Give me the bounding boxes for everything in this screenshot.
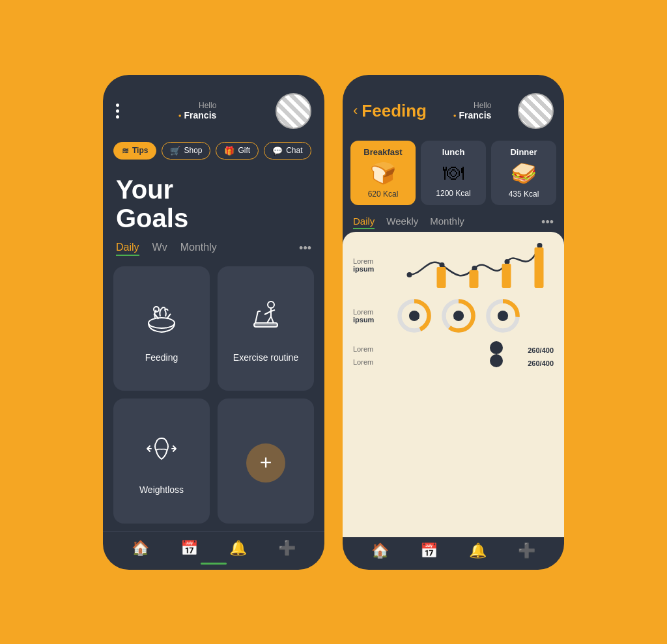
meal-dinner[interactable]: Dinner 🥪 435 Kcal: [491, 141, 556, 205]
bar1-val: 260/400: [395, 346, 554, 354]
menu-icon[interactable]: [116, 104, 119, 119]
ipsum-1: ipsum: [353, 265, 389, 273]
bar1-container: 260/400: [395, 344, 554, 354]
feed-nav-calendar[interactable]: 📅: [420, 542, 438, 559]
svg-point-2: [268, 301, 274, 308]
pill-shop[interactable]: 🛒 Shop: [162, 142, 210, 160]
weightloss-icon: [142, 430, 181, 477]
pill-gift[interactable]: 🎁 Gift: [216, 142, 259, 160]
svg-rect-15: [535, 247, 544, 288]
nav-home[interactable]: 🏠: [132, 540, 149, 557]
chat-icon: 💬: [272, 146, 283, 156]
line-chart-svg: [395, 242, 554, 288]
svg-rect-13: [470, 270, 479, 288]
bar2-container: 260/400: [395, 357, 554, 367]
svg-line-5: [255, 311, 258, 323]
pill-tips[interactable]: ≋ Tips: [113, 142, 156, 160]
svg-point-8: [440, 262, 445, 268]
nav-bell[interactable]: 🔔: [229, 540, 247, 557]
nav-pills: ≋ Tips 🛒 Shop 🎁 Gift 💬 Chat: [103, 135, 324, 166]
meal-cards: Breakfast 🍞 620 Kcal lunch 🍽 1200 Kcal D…: [343, 135, 564, 210]
donut-val-1: 12: [409, 311, 419, 321]
svg-rect-12: [437, 267, 446, 288]
bar2-val: 260/400: [395, 359, 554, 367]
chart-label-1: Lorem ipsum: [353, 257, 389, 273]
feeding-icon: [142, 298, 181, 344]
lorem-2: Lorem: [353, 308, 389, 316]
tab-daily[interactable]: Daily: [116, 242, 139, 256]
pill-chat[interactable]: 💬 Chat: [264, 142, 311, 160]
feeding-label: Feeding: [145, 352, 178, 363]
feed-tab-daily[interactable]: Daily: [353, 216, 375, 229]
goal-add[interactable]: +: [218, 399, 314, 524]
chart-section: Lorem ipsum: [343, 232, 564, 537]
goal-exercise[interactable]: Exercise routine: [218, 266, 314, 391]
weightloss-label: Weightloss: [139, 484, 184, 495]
svg-point-0: [149, 318, 175, 328]
avatar: [276, 93, 311, 129]
goals-title: YourGoals: [103, 166, 324, 236]
breakfast-kcal: 620 Kcal: [368, 189, 399, 199]
svg-point-10: [505, 259, 510, 264]
goals-tabs: Daily Wv Monthly •••: [103, 236, 324, 259]
chart-row-4: Lorem 260/400: [353, 357, 554, 367]
hello-text: Hello: [178, 101, 217, 110]
back-button[interactable]: ‹ Feeding: [353, 101, 427, 121]
donut-1: 12: [395, 297, 433, 335]
svg-point-9: [472, 266, 477, 271]
user-name: Francis: [178, 110, 217, 120]
dinner-kcal: 435 Kcal: [509, 189, 539, 199]
goal-weightloss[interactable]: Weightloss: [113, 399, 210, 524]
lunch-label: lunch: [442, 147, 465, 157]
feed-nav-home[interactable]: 🏠: [371, 542, 389, 559]
exercise-label: Exercise routine: [233, 352, 298, 363]
svg-point-7: [407, 272, 412, 277]
donut-val-3: 12: [498, 311, 508, 321]
exercise-icon: [246, 298, 285, 344]
hello-text-2: Hello: [453, 101, 492, 110]
back-chevron-icon: ‹: [353, 102, 358, 119]
ipsum-2: ipsum: [353, 316, 389, 324]
feed-bottom-nav: 🏠 📅 🔔 ➕: [343, 537, 564, 570]
bar2-knob: [490, 354, 503, 367]
chart-label-3: Lorem: [353, 345, 389, 353]
tab-wv[interactable]: Wv: [152, 242, 167, 256]
avatar-2: [518, 93, 554, 129]
tips-icon: ≋: [122, 146, 129, 156]
phone-goals: Hello Francis ≋ Tips 🛒 Shop 🎁 Gift 💬 Cha…: [103, 75, 324, 570]
user-info: Hello Francis: [178, 101, 217, 120]
meal-breakfast[interactable]: Breakfast 🍞 620 Kcal: [350, 141, 416, 205]
user-info-2: Hello Francis: [453, 101, 492, 120]
chart-label-2: Lorem ipsum: [353, 308, 389, 324]
feed-more-icon[interactable]: •••: [541, 216, 554, 229]
feed-tabs: Daily Weekly Monthly •••: [343, 210, 564, 232]
more-icon[interactable]: •••: [299, 242, 311, 255]
svg-point-11: [537, 243, 543, 248]
svg-point-1: [154, 307, 159, 312]
donut-3: 12: [484, 297, 522, 335]
goal-feeding[interactable]: Feeding: [113, 266, 210, 391]
breakfast-label: Breakfast: [363, 147, 402, 157]
feed-nav-add[interactable]: ➕: [518, 542, 535, 559]
nav-add[interactable]: ➕: [278, 540, 296, 557]
meal-lunch[interactable]: lunch 🍽 1200 Kcal: [421, 141, 486, 205]
donut-row: 12 25: [395, 297, 522, 335]
lunch-kcal: 1200 Kcal: [436, 189, 470, 198]
user-name-2: Francis: [453, 110, 492, 120]
feed-tab-weekly[interactable]: Weekly: [386, 216, 418, 229]
feeding-header: ‹ Feeding Hello Francis: [343, 75, 564, 135]
add-button[interactable]: +: [246, 443, 285, 483]
phone1-header: Hello Francis: [103, 75, 324, 135]
lunch-icon: 🍽: [443, 161, 464, 185]
chart-row-2: Lorem ipsum 12: [353, 297, 554, 335]
feed-nav-bell[interactable]: 🔔: [469, 542, 487, 559]
gift-icon: 🎁: [224, 146, 234, 156]
feed-tab-monthly[interactable]: Monthly: [430, 216, 464, 229]
bottom-indicator: [201, 563, 227, 565]
nav-calendar[interactable]: 📅: [180, 540, 198, 557]
line-chart: [395, 242, 554, 288]
tab-monthly[interactable]: Monthly: [180, 242, 217, 256]
lorem-1: Lorem: [353, 257, 389, 265]
chart-row-1: Lorem ipsum: [353, 242, 554, 288]
lorem-4: Lorem: [353, 358, 389, 366]
